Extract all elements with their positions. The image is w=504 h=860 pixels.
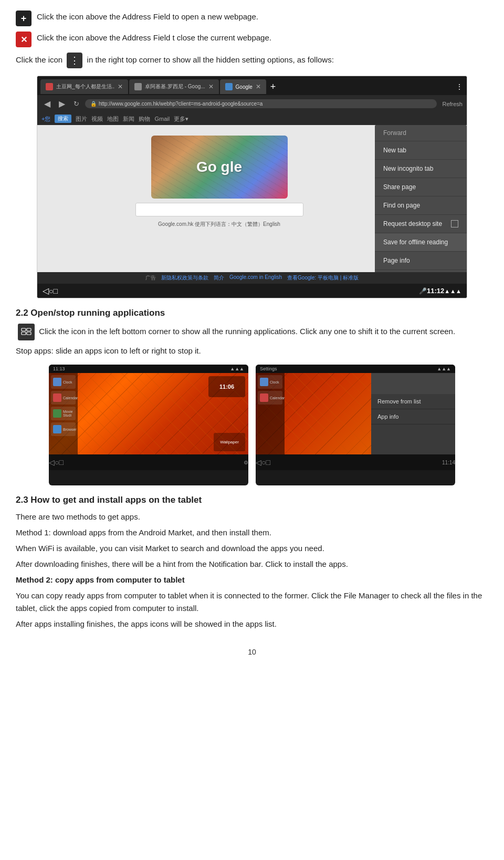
refresh-button[interactable]: ↻ — [71, 99, 82, 109]
menu-new-incognito[interactable]: New incognito tab — [375, 160, 467, 178]
sidebar-2-clock[interactable]: Clock — [258, 375, 282, 389]
tablet-2-recents[interactable]: □ — [266, 458, 270, 467]
instruction-1: + Click the icon above the Address Field… — [16, 11, 488, 26]
toolbar-more[interactable]: 更多▾ — [174, 115, 188, 123]
section22-heading: 2.2 Open/stop running applications — [16, 308, 488, 318]
section22-text2: Stop apps: slide an apps icon to left or… — [16, 345, 488, 357]
sidebar-2-calendar[interactable]: Calendar — [258, 391, 282, 405]
toolbar-youplus[interactable]: +您 — [41, 115, 50, 123]
tablet-1-bottom-bar: ◁ ○ □ ⚙ — [49, 454, 248, 470]
tab-3-close[interactable]: ✕ — [256, 83, 261, 90]
footer-privacy[interactable]: 新隐私权政策与条款 — [161, 274, 208, 282]
toolbar-images[interactable]: 图片 — [76, 115, 87, 123]
status-back-btn[interactable]: ◁ — [43, 286, 49, 296]
request-desktop-checkbox[interactable] — [451, 220, 458, 227]
footer-english[interactable]: Google.com in English — [229, 274, 282, 282]
svg-rect-0 — [22, 328, 26, 331]
section23-text2: Method 1: download apps from the Android… — [16, 526, 488, 539]
tablet-2-time: Settings — [260, 366, 277, 371]
tablet-1-recents[interactable]: □ — [59, 458, 63, 467]
status-mic: 🎤 — [419, 287, 427, 295]
browser-app-icon — [53, 425, 61, 433]
sidebar-clock[interactable]: Clock — [51, 375, 76, 389]
footer-version[interactable]: 查看Google: 平板电脑 | 标准版 — [287, 274, 359, 282]
svg-rect-1 — [27, 328, 31, 331]
menu-forward: Forward — [375, 125, 467, 141]
toolbar-shopping[interactable]: 购物 — [139, 115, 150, 123]
tab-1-close[interactable]: ✕ — [118, 83, 123, 90]
toolbar-news[interactable]: 新闻 — [123, 115, 134, 123]
refresh-label[interactable]: Refresh — [442, 101, 463, 107]
tab-2-label: 卓阿基基.罗西尼 - Goog... — [145, 83, 205, 90]
sidebar-movie[interactable]: Movie Studi — [51, 407, 76, 420]
tablet-1-home[interactable]: ○ — [55, 458, 59, 467]
menu-page-info[interactable]: Page info — [375, 252, 467, 270]
new-tab-button[interactable]: + — [270, 81, 276, 92]
tablet-1-icons: ▲▲▲ — [230, 366, 244, 371]
section23-text5: Method 2: copy apps from computer to tab… — [16, 574, 488, 586]
tablet-1-clock-widget: 11:06 — [208, 376, 245, 397]
tab-2-close[interactable]: ✕ — [208, 83, 214, 90]
menu-share-page[interactable]: Share page — [375, 178, 467, 196]
status-home-btn[interactable]: ○ — [49, 287, 53, 295]
instruction-1-text: Click the icon above the Address Field t… — [37, 11, 258, 23]
sidebar-calendar[interactable]: Calendar — [51, 391, 76, 405]
menu-settings[interactable]: Settings — [375, 270, 467, 272]
menu-save-offline[interactable]: Save for offline reading — [375, 233, 467, 252]
tablet-2-back[interactable]: ◁ — [256, 458, 261, 467]
tablet-2-status-icons: 11:14 — [442, 460, 455, 465]
status-recents-btn[interactable]: □ — [53, 287, 57, 295]
language-text: Google.com.hk 使用下列语言：中文（繁體）English — [158, 221, 280, 228]
section23-text3: When WiFi is available, you can visit Ma… — [16, 542, 488, 555]
footer-about[interactable]: 简介 — [214, 274, 224, 282]
tablet-2-sidebar: Clock Calendar — [256, 373, 285, 454]
toolbar-gmail[interactable]: Gmail — [154, 116, 170, 122]
menu-remove-from-list[interactable]: Remove from list — [371, 394, 455, 409]
tablet-1-back[interactable]: ◁ — [49, 458, 55, 467]
back-button[interactable]: ◀ — [41, 98, 53, 110]
tab-3-label: Google — [236, 84, 253, 90]
forward-button[interactable]: ▶ — [56, 98, 68, 110]
google-doodle-placeholder: Go gle — [151, 136, 288, 199]
tab-1[interactable]: 土豆网_每个人都是生活.. ✕ — [40, 79, 128, 94]
screenshots-row: 11:13 ▲▲▲ Clock Calendar Movie Studi — [16, 365, 488, 485]
menu-request-desktop[interactable]: Request desktop site — [375, 215, 467, 233]
settings-icon: ⋮ — [67, 53, 82, 68]
instruction-3: Click the icon ⋮ in the right top corner… — [16, 53, 488, 68]
tab-menu-icon[interactable]: ⋮ — [456, 82, 464, 91]
page-number: 10 — [16, 646, 488, 658]
menu-app-info[interactable]: App info — [371, 409, 455, 424]
footer-ad: 广告 — [145, 274, 156, 282]
address-field[interactable]: 🔒 http://www.google.com.hk/webhp?client=… — [85, 99, 437, 108]
section22-text1: Click the icon in the left bottom corner… — [16, 324, 488, 340]
tablet-1-settings[interactable]: ⚙ — [244, 460, 248, 465]
clock-app-icon — [53, 378, 61, 386]
instruction-2-text: Click the icon above the Address Field t… — [37, 32, 271, 44]
browser-app-label: Browser — [63, 428, 77, 431]
section23-text1: There are two methods to get apps. — [16, 511, 488, 523]
tablet-2-home[interactable]: ○ — [261, 458, 266, 467]
tab-1-favicon — [46, 83, 53, 90]
menu-find-on-page[interactable]: Find on page — [375, 196, 467, 215]
browser-screenshot: 土豆网_每个人都是生活.. ✕ 卓阿基基.罗西尼 - Goog... ✕ Goo… — [37, 76, 467, 298]
search-bar-placeholder — [135, 203, 303, 216]
svg-rect-2 — [22, 332, 26, 335]
movie-app-label: Movie Studi — [63, 410, 74, 417]
tab-3-google[interactable]: Google ✕ — [220, 79, 266, 94]
calendar-2-app-label: Calendar — [270, 396, 285, 400]
tab-2[interactable]: 卓阿基基.罗西尼 - Goog... ✕ — [129, 79, 218, 94]
toolbar-video[interactable]: 视频 — [91, 115, 103, 123]
tablet-2-bottom-bar: ◁ ○ □ 11:14 — [256, 454, 455, 470]
clock-app-label: Clock — [63, 380, 72, 384]
browser-status-bar: ◁ ○ □ 🎤 11:12 ▲▲▲ — [37, 284, 467, 298]
menu-new-tab[interactable]: New tab — [375, 141, 467, 160]
close-tab-icon: ✕ — [16, 32, 32, 47]
toolbar-maps[interactable]: 地图 — [107, 115, 119, 123]
calendar-2-app-icon — [260, 393, 268, 402]
sidebar-browser[interactable]: Browser — [51, 422, 76, 436]
tablet-2-content: Clock Calendar 11:06 Remove from list Ap… — [256, 373, 455, 454]
toolbar-search[interactable]: 搜索 — [55, 115, 71, 123]
add-tab-icon: + — [16, 11, 32, 26]
browser-content-area: Go gle Google.com.hk 使用下列语言：中文（繁體）Englis… — [37, 125, 467, 272]
browser-toolbar: +您 搜索 图片 视频 地图 新闻 购物 Gmail 更多▾ — [37, 112, 467, 125]
